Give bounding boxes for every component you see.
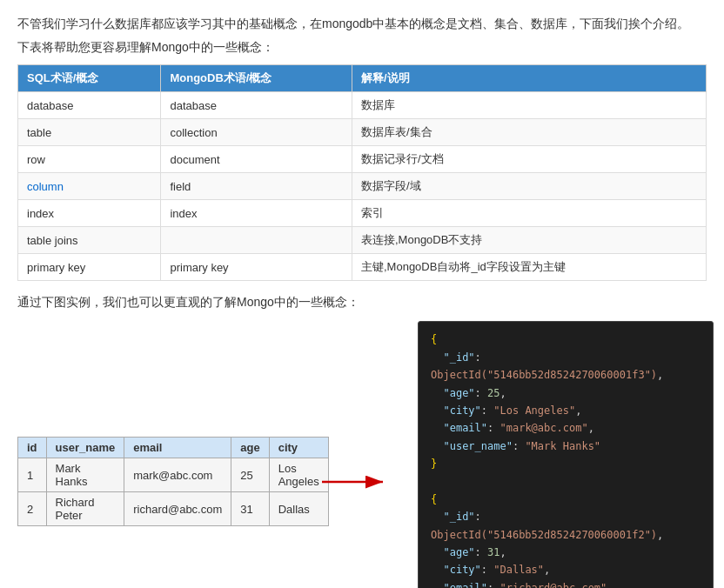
table-cell: index xyxy=(161,200,352,227)
table-cell: field xyxy=(161,173,352,200)
sql-table-header: email xyxy=(124,438,231,458)
section2-text: 通过下图实例，我们也可以更直观的了解Mongo中的一些概念： xyxy=(17,295,707,311)
col-header-desc: 解释/说明 xyxy=(352,65,706,92)
diagram-section: iduser_nameemailagecity 1Mark Hanksmark@… xyxy=(17,321,707,588)
table-cell: table joins xyxy=(18,227,161,254)
table-cell: 数据字段/域 xyxy=(352,173,706,200)
sql-table-cell: Richard Peter xyxy=(46,492,124,526)
table-cell: row xyxy=(18,146,161,173)
col-header-sql: SQL术语/概念 xyxy=(18,65,161,92)
table-cell: column xyxy=(18,173,161,200)
table-cell: database xyxy=(161,92,352,119)
sql-table-cell: Mark Hanks xyxy=(46,458,124,492)
json-block: { "_id": ObjectId("5146bb52d852427006000… xyxy=(431,331,701,472)
col-header-mongo: MongoDB术语/概念 xyxy=(161,65,352,92)
json-block: { "_id": ObjectId("5146bb52d852427006000… xyxy=(431,491,701,588)
sql-table: iduser_nameemailagecity 1Mark Hanksmark@… xyxy=(17,437,329,526)
table-cell: table xyxy=(18,119,161,146)
sql-table-cell: 1 xyxy=(18,458,47,492)
json-display: { "_id": ObjectId("5146bb52d852427006000… xyxy=(418,321,714,588)
sql-table-cell: 25 xyxy=(231,458,269,492)
table-cell: primary key xyxy=(161,254,352,281)
sql-table-cell: Dallas xyxy=(269,492,328,526)
table-cell: document xyxy=(161,146,352,173)
sql-table-cell: Los Angeles xyxy=(269,458,328,492)
table-cell: database xyxy=(18,92,161,119)
table-cell: 数据记录行/文档 xyxy=(352,146,706,173)
table-cell: 表连接,MongoDB不支持 xyxy=(352,227,706,254)
sql-table-header: city xyxy=(269,438,328,458)
table-cell xyxy=(161,227,352,254)
intro-line2: 下表将帮助您更容易理解Mongo中的一些概念： xyxy=(17,40,707,56)
sql-table-cell: 31 xyxy=(231,492,269,526)
table-cell: 主键,MongoDB自动将_id字段设置为主键 xyxy=(352,254,706,281)
concept-table: SQL术语/概念 MongoDB术语/概念 解释/说明 databasedata… xyxy=(17,64,707,281)
sql-table-header: id xyxy=(18,438,47,458)
table-cell: index xyxy=(18,200,161,227)
sql-table-header: user_name xyxy=(46,438,124,458)
table-cell: 索引 xyxy=(352,200,706,227)
table-cell: collection xyxy=(161,119,352,146)
sql-table-cell: mark@abc.com xyxy=(124,458,231,492)
arrow-icon xyxy=(322,469,392,495)
sql-table-header: age xyxy=(231,438,269,458)
table-cell: 数据库表/集合 xyxy=(352,119,706,146)
sql-table-cell: richard@abc.com xyxy=(124,492,231,526)
sql-table-cell: 2 xyxy=(18,492,47,526)
sql-table-wrapper: iduser_nameemailagecity 1Mark Hanksmark@… xyxy=(17,437,296,526)
arrow-container xyxy=(322,469,392,495)
table-cell: 数据库 xyxy=(352,92,706,119)
table-cell: primary key xyxy=(18,254,161,281)
intro-line1: 不管我们学习什么数据库都应该学习其中的基础概念，在mongodb中基本的概念是文… xyxy=(17,14,707,33)
